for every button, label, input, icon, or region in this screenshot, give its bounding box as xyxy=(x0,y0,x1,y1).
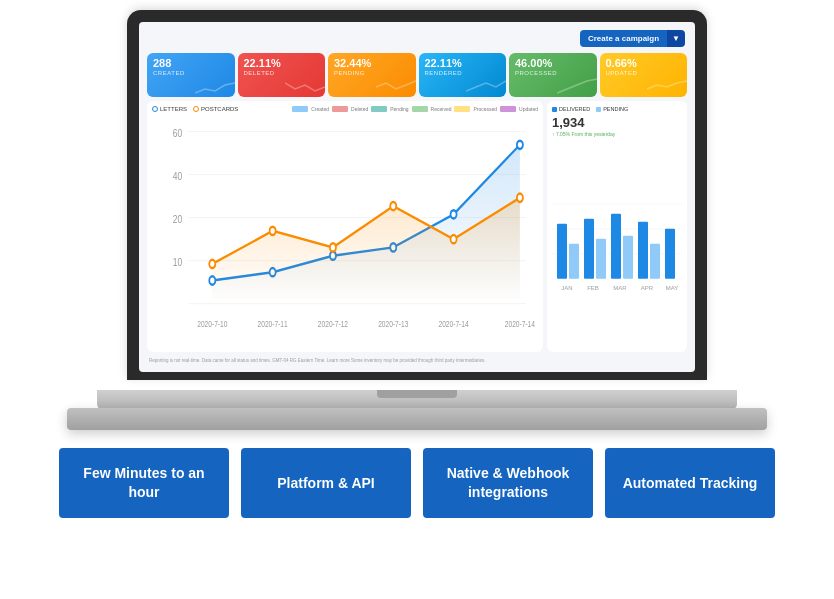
bar-chart-legend: DELIVERED PENDING xyxy=(552,106,682,112)
chart-legend: LETTERS POSTCARDS Created Deleted xyxy=(152,106,538,112)
dashboard: Create a campaign ▼ 288 CREATED 22.11% D… xyxy=(139,22,695,372)
svg-rect-39 xyxy=(638,222,648,279)
line-chart-panel: LETTERS POSTCARDS Created Deleted xyxy=(147,101,543,352)
legend-label-postcards: POSTCARDS xyxy=(201,106,238,112)
line-chart-area: 60 40 20 10 xyxy=(152,115,538,347)
stat-value-updated: 0.66% xyxy=(606,58,682,69)
bar-chart-area: JAN FEB MAR APR MAY xyxy=(552,141,682,347)
legend-box-created xyxy=(292,106,308,112)
svg-point-15 xyxy=(517,141,523,149)
feature-box-platform: Platform & API xyxy=(241,448,411,518)
stat-card-created: 288 CREATED xyxy=(147,53,235,97)
laptop-foot xyxy=(67,408,767,430)
svg-rect-41 xyxy=(665,229,675,279)
legend-dot-letters xyxy=(152,106,158,112)
laptop-wrapper: Create a campaign ▼ 288 CREATED 22.11% D… xyxy=(77,10,757,440)
charts-row: LETTERS POSTCARDS Created Deleted xyxy=(145,101,689,352)
svg-rect-40 xyxy=(650,244,660,279)
svg-rect-36 xyxy=(596,239,606,279)
legend-label-pending-right: PENDING xyxy=(603,106,628,112)
legend-box-received xyxy=(412,106,428,112)
svg-text:2020-7-10: 2020-7-10 xyxy=(197,319,228,329)
svg-rect-37 xyxy=(611,214,621,279)
svg-point-20 xyxy=(390,202,396,210)
legend-pending-right: PENDING xyxy=(596,106,628,112)
stat-card-rendered: 22.11% RENDERED xyxy=(419,53,507,97)
create-campaign-dropdown[interactable]: ▼ xyxy=(667,30,685,47)
svg-rect-38 xyxy=(623,236,633,279)
legend-dot-postcards xyxy=(193,106,199,112)
svg-text:2020-7-12: 2020-7-12 xyxy=(318,319,349,329)
svg-text:MAY: MAY xyxy=(666,285,679,291)
legend-label-delivered: DELIVERED xyxy=(559,106,590,112)
svg-point-18 xyxy=(270,227,276,235)
stats-row: 288 CREATED 22.11% DELETED 32.44% PENDIN… xyxy=(145,53,689,97)
legend-color-boxes: Created Deleted Pending Received Process… xyxy=(292,106,538,112)
stat-card-deleted: 22.11% DELETED xyxy=(238,53,326,97)
bar-stat-sub: ↑ 7.05% From this yesterday xyxy=(552,131,682,137)
stat-value-processed: 46.00% xyxy=(515,58,591,69)
laptop-base xyxy=(97,390,737,410)
legend-label-letters: LETTERS xyxy=(160,106,187,112)
legend-box-updated xyxy=(500,106,516,112)
svg-rect-34 xyxy=(569,244,579,279)
stat-value-pending: 32.44% xyxy=(334,58,410,69)
laptop-screen: Create a campaign ▼ 288 CREATED 22.11% D… xyxy=(139,22,695,372)
screen-footer: Reporting is not real-time. Data came fo… xyxy=(145,356,689,366)
svg-point-21 xyxy=(451,235,457,243)
svg-point-22 xyxy=(517,194,523,202)
legend-label-pending-box: Pending xyxy=(390,106,408,112)
svg-text:2020-7-11: 2020-7-11 xyxy=(258,319,289,329)
legend-dot-pending-right xyxy=(596,107,601,112)
svg-text:2020-7-14: 2020-7-14 xyxy=(505,319,536,329)
svg-text:MAR: MAR xyxy=(613,285,627,291)
legend-delivered: DELIVERED xyxy=(552,106,590,112)
legend-label-created: Created xyxy=(311,106,329,112)
stat-card-updated: 0.66% UPDATED xyxy=(600,53,688,97)
svg-point-17 xyxy=(209,260,215,268)
svg-text:2020-7-14: 2020-7-14 xyxy=(438,319,469,329)
top-bar: Create a campaign ▼ xyxy=(145,28,689,49)
svg-point-19 xyxy=(330,243,336,251)
stat-value-deleted: 22.11% xyxy=(244,58,320,69)
legend-box-pending xyxy=(371,106,387,112)
stat-value-rendered: 22.11% xyxy=(425,58,501,69)
svg-text:JAN: JAN xyxy=(561,285,572,291)
stat-value-created: 288 xyxy=(153,58,229,69)
legend-dot-delivered xyxy=(552,107,557,112)
legend-label-received-box: Received xyxy=(431,106,452,112)
stat-card-pending: 32.44% PENDING xyxy=(328,53,416,97)
create-campaign-button[interactable]: Create a campaign xyxy=(580,30,667,47)
feature-box-tracking: Automated Tracking xyxy=(605,448,775,518)
bar-chart-panel: DELIVERED PENDING 1,934 ↑ 7.05% From thi… xyxy=(547,101,687,352)
svg-text:FEB: FEB xyxy=(587,285,599,291)
features-row: Few Minutes to an hour Platform & API Na… xyxy=(0,448,834,518)
bar-stat-value: 1,934 xyxy=(552,115,682,130)
svg-rect-35 xyxy=(584,219,594,279)
feature-box-integrations: Native & Webhook integrations xyxy=(423,448,593,518)
legend-box-deleted xyxy=(332,106,348,112)
laptop-screen-outer: Create a campaign ▼ 288 CREATED 22.11% D… xyxy=(127,10,707,380)
svg-point-14 xyxy=(451,210,457,218)
svg-text:20: 20 xyxy=(173,212,183,225)
svg-rect-33 xyxy=(557,224,567,279)
legend-label-updated-box: Updated xyxy=(519,106,538,112)
svg-text:60: 60 xyxy=(173,126,183,139)
svg-text:2020-7-13: 2020-7-13 xyxy=(378,319,409,329)
legend-label-deleted-box: Deleted xyxy=(351,106,368,112)
legend-box-processed xyxy=(454,106,470,112)
feature-box-time: Few Minutes to an hour xyxy=(59,448,229,518)
svg-text:APR: APR xyxy=(641,285,654,291)
svg-text:40: 40 xyxy=(173,169,183,182)
svg-text:10: 10 xyxy=(173,255,183,268)
stat-card-processed: 46.00% PROCESSED xyxy=(509,53,597,97)
legend-label-processed-box: Processed xyxy=(473,106,497,112)
